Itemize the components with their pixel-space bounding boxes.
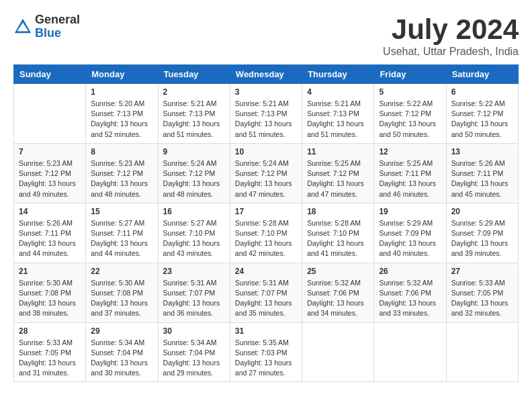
day-info: Sunrise: 5:35 AM Sunset: 7:03 PM Dayligh… <box>235 338 297 379</box>
calendar-cell: 11Sunrise: 5:25 AM Sunset: 7:12 PM Dayli… <box>302 143 374 203</box>
day-info: Sunrise: 5:28 AM Sunset: 7:10 PM Dayligh… <box>235 218 297 259</box>
day-info: Sunrise: 5:24 AM Sunset: 7:12 PM Dayligh… <box>163 158 225 199</box>
day-info: Sunrise: 5:23 AM Sunset: 7:12 PM Dayligh… <box>91 158 152 199</box>
location-title: Usehat, Uttar Pradesh, India <box>383 46 519 58</box>
calendar-cell: 19Sunrise: 5:29 AM Sunset: 7:09 PM Dayli… <box>374 203 446 263</box>
day-info: Sunrise: 5:32 AM Sunset: 7:06 PM Dayligh… <box>307 278 369 319</box>
day-info: Sunrise: 5:20 AM Sunset: 7:13 PM Dayligh… <box>91 99 152 140</box>
day-number: 24 <box>235 267 297 276</box>
calendar-cell: 12Sunrise: 5:25 AM Sunset: 7:11 PM Dayli… <box>374 143 446 203</box>
day-number: 27 <box>451 267 513 276</box>
day-number: 30 <box>163 326 225 336</box>
day-info: Sunrise: 5:21 AM Sunset: 7:13 PM Dayligh… <box>163 99 225 140</box>
day-number: 29 <box>91 326 152 336</box>
calendar-cell: 6Sunrise: 5:22 AM Sunset: 7:12 PM Daylig… <box>446 84 518 144</box>
day-info: Sunrise: 5:28 AM Sunset: 7:10 PM Dayligh… <box>307 218 369 259</box>
calendar-header-row: SundayMondayTuesdayWednesdayThursdayFrid… <box>14 65 519 84</box>
calendar-cell: 20Sunrise: 5:29 AM Sunset: 7:09 PM Dayli… <box>446 203 518 263</box>
day-number: 14 <box>19 207 81 216</box>
day-info: Sunrise: 5:26 AM Sunset: 7:11 PM Dayligh… <box>451 158 513 199</box>
calendar-week-row: 7Sunrise: 5:23 AM Sunset: 7:12 PM Daylig… <box>14 143 519 203</box>
calendar-day-header: Thursday <box>302 65 374 84</box>
day-number: 15 <box>91 207 152 216</box>
calendar-cell: 17Sunrise: 5:28 AM Sunset: 7:10 PM Dayli… <box>230 203 302 263</box>
calendar-cell: 15Sunrise: 5:27 AM Sunset: 7:11 PM Dayli… <box>86 203 158 263</box>
calendar-cell: 29Sunrise: 5:34 AM Sunset: 7:04 PM Dayli… <box>86 322 158 382</box>
day-number: 18 <box>307 207 369 216</box>
day-info: Sunrise: 5:27 AM Sunset: 7:10 PM Dayligh… <box>163 218 225 259</box>
page-header: General Blue July 2024 Usehat, Uttar Pra… <box>13 13 519 58</box>
logo-text: General Blue <box>35 13 80 40</box>
calendar-cell: 30Sunrise: 5:34 AM Sunset: 7:04 PM Dayli… <box>158 322 230 382</box>
calendar-cell <box>14 84 86 144</box>
day-info: Sunrise: 5:22 AM Sunset: 7:12 PM Dayligh… <box>451 99 513 140</box>
calendar-cell <box>302 322 374 382</box>
day-info: Sunrise: 5:24 AM Sunset: 7:12 PM Dayligh… <box>235 158 297 199</box>
day-info: Sunrise: 5:31 AM Sunset: 7:07 PM Dayligh… <box>163 278 225 319</box>
day-number: 3 <box>235 87 297 97</box>
calendar-cell: 10Sunrise: 5:24 AM Sunset: 7:12 PM Dayli… <box>230 143 302 203</box>
calendar-cell: 22Sunrise: 5:30 AM Sunset: 7:08 PM Dayli… <box>86 263 158 322</box>
day-info: Sunrise: 5:22 AM Sunset: 7:12 PM Dayligh… <box>379 99 441 140</box>
day-info: Sunrise: 5:21 AM Sunset: 7:13 PM Dayligh… <box>235 99 297 140</box>
day-number: 12 <box>379 147 441 156</box>
calendar-cell: 16Sunrise: 5:27 AM Sunset: 7:10 PM Dayli… <box>158 203 230 263</box>
day-info: Sunrise: 5:23 AM Sunset: 7:12 PM Dayligh… <box>19 158 81 199</box>
calendar-cell <box>446 322 518 382</box>
day-info: Sunrise: 5:34 AM Sunset: 7:04 PM Dayligh… <box>163 338 225 379</box>
calendar-cell: 21Sunrise: 5:30 AM Sunset: 7:08 PM Dayli… <box>14 263 86 322</box>
day-number: 22 <box>91 267 152 276</box>
calendar-cell: 26Sunrise: 5:32 AM Sunset: 7:06 PM Dayli… <box>374 263 446 322</box>
calendar-cell: 14Sunrise: 5:26 AM Sunset: 7:11 PM Dayli… <box>14 203 86 263</box>
day-number: 7 <box>19 147 81 156</box>
day-number: 28 <box>19 326 81 336</box>
day-info: Sunrise: 5:32 AM Sunset: 7:06 PM Dayligh… <box>379 278 441 319</box>
calendar-cell: 13Sunrise: 5:26 AM Sunset: 7:11 PM Dayli… <box>446 143 518 203</box>
calendar-cell: 4Sunrise: 5:21 AM Sunset: 7:13 PM Daylig… <box>302 84 374 144</box>
day-number: 11 <box>307 147 369 156</box>
month-title: July 2024 <box>383 13 519 46</box>
day-number: 9 <box>163 147 225 156</box>
day-info: Sunrise: 5:30 AM Sunset: 7:08 PM Dayligh… <box>19 278 81 319</box>
day-number: 13 <box>451 147 513 156</box>
day-info: Sunrise: 5:29 AM Sunset: 7:09 PM Dayligh… <box>379 218 441 259</box>
day-info: Sunrise: 5:21 AM Sunset: 7:13 PM Dayligh… <box>307 99 369 140</box>
calendar-cell: 25Sunrise: 5:32 AM Sunset: 7:06 PM Dayli… <box>302 263 374 322</box>
day-info: Sunrise: 5:26 AM Sunset: 7:11 PM Dayligh… <box>19 218 81 259</box>
calendar-cell: 18Sunrise: 5:28 AM Sunset: 7:10 PM Dayli… <box>302 203 374 263</box>
calendar-cell: 28Sunrise: 5:33 AM Sunset: 7:05 PM Dayli… <box>14 322 86 382</box>
day-info: Sunrise: 5:31 AM Sunset: 7:07 PM Dayligh… <box>235 278 297 319</box>
logo: General Blue <box>13 13 80 40</box>
calendar-cell: 24Sunrise: 5:31 AM Sunset: 7:07 PM Dayli… <box>230 263 302 322</box>
calendar-day-header: Friday <box>374 65 446 84</box>
day-number: 25 <box>307 267 369 276</box>
day-number: 8 <box>91 147 152 156</box>
calendar-day-header: Sunday <box>14 65 86 84</box>
calendar-table: SundayMondayTuesdayWednesdayThursdayFrid… <box>13 64 519 382</box>
day-number: 26 <box>379 267 441 276</box>
logo-blue: Blue <box>35 27 80 40</box>
day-info: Sunrise: 5:25 AM Sunset: 7:12 PM Dayligh… <box>307 158 369 199</box>
day-number: 2 <box>163 87 225 97</box>
calendar-week-row: 1Sunrise: 5:20 AM Sunset: 7:13 PM Daylig… <box>14 84 519 144</box>
calendar-cell: 7Sunrise: 5:23 AM Sunset: 7:12 PM Daylig… <box>14 143 86 203</box>
calendar-cell: 9Sunrise: 5:24 AM Sunset: 7:12 PM Daylig… <box>158 143 230 203</box>
calendar-day-header: Monday <box>86 65 158 84</box>
day-info: Sunrise: 5:34 AM Sunset: 7:04 PM Dayligh… <box>91 338 152 379</box>
day-info: Sunrise: 5:30 AM Sunset: 7:08 PM Dayligh… <box>91 278 152 319</box>
calendar-cell: 3Sunrise: 5:21 AM Sunset: 7:13 PM Daylig… <box>230 84 302 144</box>
calendar-cell: 1Sunrise: 5:20 AM Sunset: 7:13 PM Daylig… <box>86 84 158 144</box>
day-number: 16 <box>163 207 225 216</box>
day-number: 19 <box>379 207 441 216</box>
day-info: Sunrise: 5:25 AM Sunset: 7:11 PM Dayligh… <box>379 158 441 199</box>
day-info: Sunrise: 5:27 AM Sunset: 7:11 PM Dayligh… <box>91 218 152 259</box>
day-number: 5 <box>379 87 441 97</box>
day-info: Sunrise: 5:33 AM Sunset: 7:05 PM Dayligh… <box>19 338 81 379</box>
calendar-week-row: 21Sunrise: 5:30 AM Sunset: 7:08 PM Dayli… <box>14 263 519 322</box>
calendar-cell: 2Sunrise: 5:21 AM Sunset: 7:13 PM Daylig… <box>158 84 230 144</box>
day-number: 31 <box>235 326 297 336</box>
day-info: Sunrise: 5:29 AM Sunset: 7:09 PM Dayligh… <box>451 218 513 259</box>
calendar-cell: 23Sunrise: 5:31 AM Sunset: 7:07 PM Dayli… <box>158 263 230 322</box>
calendar-cell: 5Sunrise: 5:22 AM Sunset: 7:12 PM Daylig… <box>374 84 446 144</box>
calendar-cell <box>374 322 446 382</box>
